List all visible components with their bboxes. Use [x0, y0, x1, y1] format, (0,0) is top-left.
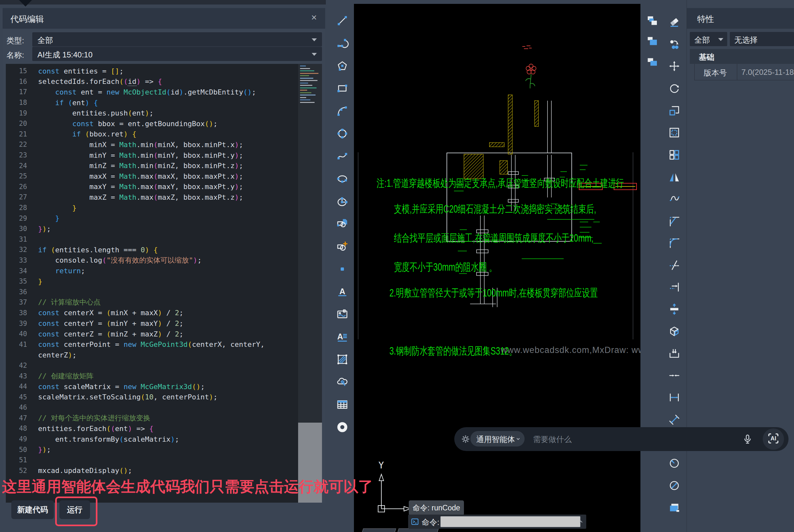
tool-image[interactable] — [335, 306, 350, 322]
properties-filter-select[interactable]: 全部 — [690, 32, 727, 46]
chevron-up-icon — [577, 518, 584, 525]
tool-move[interactable] — [666, 58, 682, 74]
ellipse-icon — [336, 172, 349, 185]
code-line: 52mxcad.updateDisplay(); — [6, 466, 298, 476]
tool-copy[interactable] — [666, 37, 682, 52]
chevron-down-icon — [515, 436, 522, 442]
code-line: 50}); — [6, 444, 298, 455]
tool-table[interactable] — [335, 397, 350, 412]
tool-polygon[interactable] — [335, 58, 350, 74]
tool-dim-linear[interactable] — [666, 390, 682, 405]
code-line: 19 entities.push(ent); — [6, 108, 298, 118]
ai-badge-icon: AI — [767, 432, 780, 446]
tool-circle[interactable] — [335, 126, 350, 141]
agent-select[interactable]: 通用智能体 — [470, 431, 525, 446]
type-select[interactable]: 全部 — [32, 32, 322, 46]
viewport-icon — [668, 501, 681, 514]
cad-note-3: 结合找平层或面层施工,在管道周围筑成厚度不小于20mm, — [394, 231, 640, 246]
code-line: 42 — [6, 360, 298, 371]
tool-explode[interactable] — [666, 324, 682, 339]
tool-dim-aligned[interactable] — [666, 412, 682, 428]
cad-note-1: 注:1.管道穿越楼板处为固定支承点,承压管道竖向敷设时应配合土建进行 — [377, 176, 640, 191]
tool-viewport[interactable] — [666, 500, 682, 516]
tool-erase[interactable] — [666, 15, 682, 30]
stretch-icon — [668, 302, 681, 315]
close-icon[interactable]: × — [311, 12, 317, 23]
gear-icon[interactable] — [460, 434, 471, 444]
tool-draw-order-above[interactable] — [644, 54, 660, 70]
tool-mirror[interactable] — [666, 169, 682, 185]
name-select[interactable]: AI生成 15:40:10 — [32, 47, 322, 61]
tool-mtext[interactable]: A — [335, 329, 350, 345]
tool-draw-order-bottom[interactable] — [644, 34, 660, 49]
minimap-strip[interactable] — [298, 64, 322, 502]
code-line: 36 — [6, 286, 298, 297]
cad-note-6: 3.钢制防水套管的做法见图集S312。 — [390, 344, 562, 358]
chevron-down-icon — [312, 53, 317, 56]
tool-select[interactable] — [666, 125, 682, 140]
tool-revision-cloud[interactable] — [335, 374, 350, 390]
tool-arc[interactable] — [335, 36, 350, 51]
tool-rectangle[interactable] — [335, 81, 350, 96]
tool-donut[interactable] — [335, 419, 350, 435]
tool-draw-order-top[interactable] — [644, 13, 660, 28]
new-code-button[interactable]: 新建代码 — [11, 500, 54, 519]
tool-break[interactable] — [666, 345, 682, 361]
code-line: 45scaleMatrix.setToScaling(10, centerPoi… — [6, 392, 298, 402]
code-line: 51 — [6, 455, 298, 466]
annotation-text: 这里通用智能体会生成代码我们只需要点击运行就可以了 — [2, 477, 373, 497]
code-line: 17 const ent = new McObjectId(id).getMcD… — [6, 87, 298, 97]
cad-note-4: 宽度不小于30mm的阻水圈 。 — [394, 260, 533, 274]
tool-dim-radius[interactable] — [666, 456, 682, 471]
tool-join[interactable] — [666, 368, 682, 383]
ai-input[interactable]: 需要做什么 — [533, 434, 572, 444]
code-panel-header: 代码编辑 × — [3, 8, 325, 29]
svg-text:A: A — [339, 287, 345, 296]
tool-stretch[interactable] — [666, 301, 682, 317]
dim-diameter-icon — [668, 479, 681, 492]
ai-button[interactable]: AI — [763, 429, 784, 450]
cad-canvas[interactable]: Y 注:1.管道穿越楼板处为固定支承点,承压管道竖向敷设时应配合土建进行 支模,… — [354, 4, 640, 532]
tool-line[interactable] — [335, 13, 350, 28]
code-line: centerZ); — [6, 350, 298, 360]
tab-model[interactable]: Model — [359, 529, 396, 532]
tool-chamfer[interactable] — [666, 213, 682, 229]
property-value: 7.0(2025-11-18 20:48 0 — [741, 68, 794, 77]
table-icon — [336, 398, 349, 411]
tool-insert-block[interactable] — [335, 216, 350, 232]
tool-point[interactable] — [335, 261, 350, 277]
tool-scale[interactable] — [666, 102, 682, 118]
tool-edit-spline[interactable] — [666, 191, 682, 206]
spline-icon — [336, 150, 349, 163]
tool-spline[interactable] — [335, 148, 350, 164]
svg-text:AI: AI — [771, 435, 776, 442]
tool-array[interactable] — [666, 147, 682, 163]
tool-dim-diameter[interactable] — [666, 478, 682, 493]
properties-panel: 特性 全部 无选择 基础 版本号 7.0(2025-11-18 20:48 0 — [687, 0, 794, 532]
properties-header: 特性 — [687, 8, 794, 29]
code-line: 31 — [6, 234, 298, 245]
chevron-up-icon[interactable] — [577, 518, 584, 525]
tool-text[interactable]: A — [335, 284, 350, 299]
command-label: 命令: — [422, 517, 439, 528]
tool-ellipse[interactable] — [335, 171, 350, 187]
explode-icon — [668, 325, 681, 338]
run-button[interactable]: 运行 — [59, 500, 90, 519]
tool-ellipse-arc[interactable] — [335, 194, 350, 209]
code-line: 39const centerY = (minY + maxY) / 2; — [6, 318, 298, 329]
tool-trim[interactable] — [666, 258, 682, 273]
code-line: 29 } — [6, 213, 298, 224]
tab-layout1[interactable]: Layout1 — [394, 529, 439, 532]
tool-hatch[interactable] — [335, 352, 350, 367]
code-editor[interactable]: 15const entities = [];16selectedIds.forE… — [6, 64, 322, 502]
section-basic[interactable]: 基础 — [690, 49, 794, 64]
tool-extend[interactable] — [666, 279, 682, 295]
tool-create-block[interactable] — [335, 239, 350, 254]
tool-rotate[interactable] — [666, 81, 682, 96]
command-input[interactable] — [440, 516, 581, 527]
cad-note-5: 2.明敷立管管径大于或等于100mm时,在楼板贯穿部位应设置 — [390, 286, 640, 300]
tool-curve[interactable] — [335, 103, 350, 119]
mtext-icon: A — [336, 330, 349, 343]
microphone-icon[interactable] — [741, 433, 754, 445]
tool-fillet[interactable] — [666, 235, 682, 251]
